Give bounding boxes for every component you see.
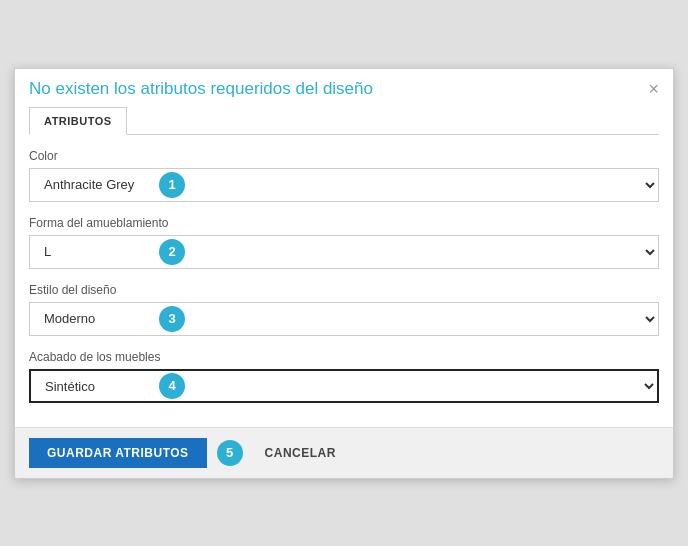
forma-row: L 2 — [29, 235, 659, 269]
badge-5: 5 — [217, 440, 243, 466]
tabs: ATRIBUTOS — [29, 107, 659, 135]
estilo-label: Estilo del diseño — [29, 283, 659, 297]
field-estilo: Estilo del diseño Moderno 3 — [29, 283, 659, 336]
forma-select[interactable]: L — [29, 235, 659, 269]
field-acabado: Acabado de los muebles Sintético 4 — [29, 350, 659, 403]
estilo-select[interactable]: Moderno — [29, 302, 659, 336]
dialog-title: No existen los atributos requeridos del … — [29, 79, 373, 99]
dialog-body: ATRIBUTOS Color Anthracite Grey 1 Forma … — [15, 107, 673, 427]
dialog-header: No existen los atributos requeridos del … — [15, 69, 673, 107]
acabado-select[interactable]: Sintético — [29, 369, 659, 403]
field-forma: Forma del amueblamiento L 2 — [29, 216, 659, 269]
color-label: Color — [29, 149, 659, 163]
tab-atributos[interactable]: ATRIBUTOS — [29, 107, 127, 135]
color-row: Anthracite Grey 1 — [29, 168, 659, 202]
close-button[interactable]: × — [648, 80, 659, 98]
dialog-footer: GUARDAR ATRIBUTOS 5 CANCELAR — [15, 427, 673, 478]
field-color: Color Anthracite Grey 1 — [29, 149, 659, 202]
forma-label: Forma del amueblamiento — [29, 216, 659, 230]
dialog: No existen los atributos requeridos del … — [14, 68, 674, 479]
save-button[interactable]: GUARDAR ATRIBUTOS — [29, 438, 207, 468]
color-select[interactable]: Anthracite Grey — [29, 168, 659, 202]
estilo-row: Moderno 3 — [29, 302, 659, 336]
acabado-label: Acabado de los muebles — [29, 350, 659, 364]
cancel-button[interactable]: CANCELAR — [253, 438, 348, 468]
acabado-row: Sintético 4 — [29, 369, 659, 403]
